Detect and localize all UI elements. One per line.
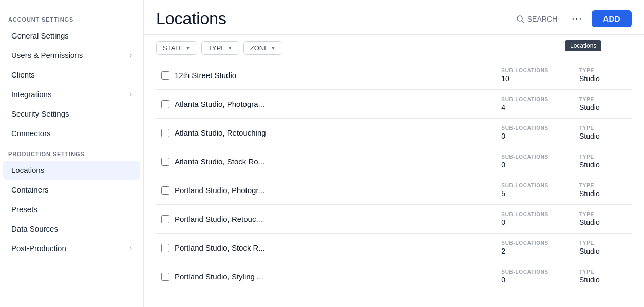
type-filter-label: TYPE [208,44,225,52]
sidebar-item-post-production[interactable]: Post-Production› [3,239,140,258]
row-location-name: Atlanta Studio, Stock Ro... [175,150,501,173]
type-value: Studio [579,189,626,198]
checkbox-input-0[interactable] [161,71,169,80]
type-value: Studio [579,276,626,284]
type-label: TYPE [579,154,626,160]
search-label: SEARCH [527,15,557,23]
chevron-right-icon: › [130,51,132,59]
type-label: TYPE [579,269,626,275]
row-checkbox-1[interactable] [156,100,175,108]
search-icon [516,15,524,23]
sidebar-item-label: Clients [11,70,35,79]
state-filter-label: STATE [163,44,183,52]
row-checkbox-6[interactable] [156,244,175,252]
table-row[interactable]: Portland Studio, Stock R... SUB-LOCATION… [156,234,632,262]
sidebar-item-label: Data Sources [11,224,58,233]
row-meta: SUB-LOCATIONS 0 TYPE Studio [501,125,632,140]
checkbox-input-2[interactable] [161,129,169,137]
checkbox-input-6[interactable] [161,244,169,252]
checkbox-input-4[interactable] [161,186,169,195]
chevron-right-icon: › [130,90,132,98]
sub-locations-label: SUB-LOCATIONS [501,154,548,160]
sub-locations-col: SUB-LOCATIONS 0 [501,269,548,284]
locations-tooltip: Locations [565,40,601,51]
sub-locations-col: SUB-LOCATIONS 4 [501,97,548,111]
type-col: TYPE Studio [579,97,626,111]
type-value: Studio [579,218,626,226]
chevron-right-icon: › [130,244,132,252]
table-row[interactable]: 12th Street Studio SUB-LOCATIONS 10 TYPE… [156,61,632,90]
type-col: TYPE Studio [579,68,626,83]
sub-locations-label: SUB-LOCATIONS [501,68,548,73]
row-location-name: Atlanta Studio, Photogra... [175,92,501,116]
sub-locations-label: SUB-LOCATIONS [501,97,548,102]
row-checkbox-3[interactable] [156,158,175,166]
type-label: TYPE [579,183,626,188]
table-row[interactable]: Atlanta Studio, Stock Ro... SUB-LOCATION… [156,147,632,176]
checkbox-input-3[interactable] [161,158,169,166]
sub-locations-value: 0 [501,218,548,226]
zone-filter-button[interactable]: ZONE ▼ [243,41,282,55]
table-row[interactable]: Atlanta Studio, Photogra... SUB-LOCATION… [156,90,632,119]
production-settings-label: PRODUCTION SETTINGS [0,147,143,160]
sidebar-item-label: Users & Permissions [11,51,83,60]
sub-locations-value: 4 [501,103,548,111]
row-meta: SUB-LOCATIONS 10 TYPE Studio [501,68,632,83]
page-header: Locations SEARCH ··· ADD [144,0,644,35]
type-col: TYPE Studio [579,269,626,284]
checkbox-input-1[interactable] [161,100,169,108]
sidebar-item-connectors[interactable]: Connectors [3,124,140,143]
table-row[interactable]: Portland Studio, Styling ... SUB-LOCATIO… [156,262,632,291]
sidebar-item-integrations[interactable]: Integrations› [3,85,140,104]
sub-locations-label: SUB-LOCATIONS [501,269,548,275]
row-checkbox-4[interactable] [156,186,175,195]
sidebar-item-containers[interactable]: Containers [3,180,140,199]
row-meta: SUB-LOCATIONS 4 TYPE Studio [501,97,632,111]
row-checkbox-2[interactable] [156,129,175,137]
checkbox-input-7[interactable] [161,273,169,281]
row-checkbox-5[interactable] [156,215,175,223]
state-chevron-icon: ▼ [185,45,191,51]
filters-bar: STATE ▼ TYPE ▼ ZONE ▼ Locations [144,35,644,61]
row-location-name: Atlanta Studio, Retouching [175,121,501,144]
checkbox-input-5[interactable] [161,215,169,223]
sub-locations-label: SUB-LOCATIONS [501,240,548,246]
sidebar-item-label: Security Settings [11,109,69,118]
type-col: TYPE Studio [579,212,626,226]
more-options-button[interactable]: ··· [567,10,586,27]
type-chevron-icon: ▼ [228,45,233,51]
type-col: TYPE Studio [579,125,626,140]
type-label: TYPE [579,68,626,73]
sidebar-item-data-sources[interactable]: Data Sources [3,219,140,238]
type-label: TYPE [579,97,626,102]
row-checkbox-7[interactable] [156,273,175,281]
sidebar-item-clients[interactable]: Clients [3,65,140,84]
type-value: Studio [579,74,626,83]
sidebar-item-locations[interactable]: Locations [3,161,140,180]
table-row[interactable]: Portland Studio, Photogr... SUB-LOCATION… [156,176,632,205]
row-meta: SUB-LOCATIONS 0 TYPE Studio [501,212,632,226]
sub-locations-label: SUB-LOCATIONS [501,212,548,217]
sidebar-item-security-settings[interactable]: Security Settings [3,104,140,123]
search-button[interactable]: SEARCH [511,12,562,26]
sub-locations-col: SUB-LOCATIONS 0 [501,212,548,226]
sidebar-item-general-settings[interactable]: General Settings [3,26,140,45]
row-location-name: 12th Street Studio [175,64,501,87]
account-settings-label: ACCOUNT SETTINGS [0,12,143,26]
zone-chevron-icon: ▼ [271,45,276,51]
type-col: TYPE Studio [579,154,626,169]
row-location-name: Portland Studio, Photogr... [175,179,501,202]
type-filter-button[interactable]: TYPE ▼ [201,41,239,55]
type-label: TYPE [579,240,626,246]
sidebar-item-label: Connectors [11,129,51,138]
sidebar-item-users-permissions[interactable]: Users & Permissions› [3,46,140,65]
state-filter-button[interactable]: STATE ▼ [156,41,197,55]
add-button[interactable]: ADD [592,10,632,27]
sidebar-item-presets[interactable]: Presets [3,200,140,219]
table-row[interactable]: Atlanta Studio, Retouching SUB-LOCATIONS… [156,119,632,147]
sub-locations-value: 0 [501,161,548,169]
table-row[interactable]: Portland Studio, Retouc... SUB-LOCATIONS… [156,205,632,234]
row-location-name: Portland Studio, Stock R... [175,236,501,259]
row-checkbox-0[interactable] [156,71,175,80]
type-label: TYPE [579,212,626,217]
